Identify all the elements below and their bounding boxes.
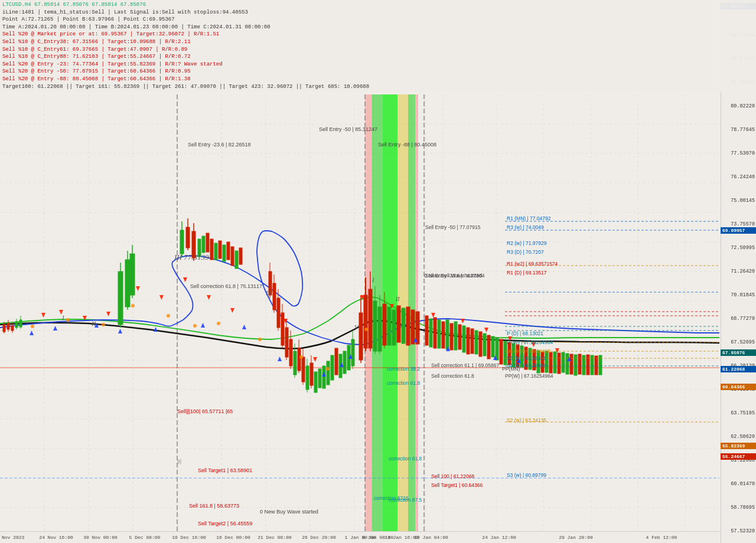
svg-text:R3 (D) | 70.7207: R3 (D) | 70.7207 — [507, 249, 544, 255]
svg-rect-120 — [387, 307, 391, 345]
svg-point-212 — [258, 338, 262, 341]
badge-69: 69.09957 — [721, 227, 756, 234]
svg-text:Sell correction 61.1 | 69.0586: Sell correction 61.1 | 69.05867 — [431, 362, 499, 368]
svg-point-215 — [364, 328, 368, 331]
svg-point-205 — [31, 325, 34, 328]
svg-rect-101 — [331, 355, 334, 380]
svg-rect-132 — [446, 320, 449, 349]
svg-rect-159 — [558, 353, 561, 374]
svg-text:correction 61.8: correction 61.8 — [389, 456, 422, 462]
svg-rect-68 — [214, 243, 217, 260]
svg-rect-144 — [496, 338, 498, 360]
price-76: 76.24240 — [731, 174, 755, 180]
svg-rect-125 — [411, 310, 415, 344]
svg-text:III  77.3139: III 77.3139 — [174, 253, 209, 261]
info-line7: Sell %10 @ C_Entry61: 69.37665 | Target:… — [2, 46, 754, 54]
svg-rect-97 — [314, 372, 317, 392]
svg-point-208 — [131, 304, 135, 308]
svg-point-210 — [193, 324, 197, 328]
x-axis: 18 Nov 2023 24 Nov 16:00 30 Nov 00:00 5 … — [0, 531, 721, 543]
info-line8: Sell %10 @ C_Entry88: 71.62103 | Target:… — [2, 53, 754, 61]
svg-rect-126 — [416, 312, 419, 344]
x-label-11: 19 Jan 04:00 — [414, 535, 448, 540]
badge-55b: 55.24667 — [721, 453, 756, 460]
svg-text:Sell correction 61.8: Sell correction 61.8 — [431, 373, 474, 379]
svg-text:|I|: |I| — [177, 459, 181, 465]
svg-text:R3 (w) | 74.0049: R3 (w) | 74.0049 — [507, 224, 544, 230]
svg-text:Sell Target2 | 56.45559: Sell Target2 | 56.45559 — [198, 521, 252, 526]
svg-rect-166 — [586, 355, 589, 375]
svg-text:I: I — [372, 277, 374, 283]
svg-rect-157 — [549, 352, 552, 373]
x-label-1: 24 Nov 16:00 — [39, 535, 73, 540]
svg-rect-66 — [206, 233, 209, 252]
info-line5: Sell %20 @ Market price or at: 69.95367 … — [2, 31, 754, 38]
svg-rect-129 — [434, 318, 436, 348]
info-line2: iLine:1481 | tema_h1_status:Sell | Last … — [2, 9, 754, 17]
svg-rect-128 — [429, 319, 432, 347]
x-label-2: 30 Nov 00:00 — [83, 535, 118, 540]
svg-point-206 — [66, 318, 70, 322]
price-57: 57.52320 — [731, 528, 755, 534]
svg-rect-145 — [500, 339, 503, 364]
x-label-13: 29 Jan 20:00 — [559, 535, 593, 540]
info-line6: Sell %10 @ C_Entry38: 67.31566 | Target:… — [2, 38, 754, 46]
svg-text:0 New Buy Wave started: 0 New Buy Wave started — [260, 509, 318, 515]
svg-rect-133 — [450, 323, 453, 350]
svg-rect-74 — [239, 248, 242, 264]
price-68: 68.77270 — [731, 316, 755, 322]
svg-rect-122 — [397, 306, 400, 342]
svg-text:Sell Entry -50 | 85.31247: Sell Entry -50 | 85.31247 — [319, 126, 377, 132]
svg-text:Sell correction 61.8 | 75.1311: Sell correction 61.8 | 75.13117 — [190, 283, 262, 289]
price-80: 80.02220 — [731, 103, 755, 109]
info-line11: Sell %20 @ Entry -88: 80.45008 | Target:… — [2, 76, 754, 83]
svg-text:P (D) | 68.13021: P (D) | 68.13021 — [507, 331, 543, 336]
svg-rect-73 — [235, 251, 238, 269]
svg-point-214 — [326, 367, 330, 371]
svg-rect-156 — [545, 351, 548, 372]
badge-55: 55.82369 — [721, 443, 756, 449]
info-line4: Time A:2024.01.20 08:00:00 | Time B:2024… — [2, 24, 754, 31]
svg-point-211 — [217, 322, 220, 325]
svg-rect-102 — [335, 348, 338, 375]
x-label-10: 13 Jan 16:00 — [384, 535, 419, 540]
svg-text:S3 (D) | 65.96411: S3 (D) | 65.96411 — [507, 355, 546, 361]
svg-rect-123 — [402, 308, 405, 344]
chart-container: MARKET TRADE LTCUSD.H4 67.85014 67.85076… — [0, 0, 756, 543]
svg-text:Sell 100 | 61.22068: Sell 100 | 61.22068 — [431, 473, 474, 479]
price-62: 62.50620 — [731, 434, 755, 440]
x-label-5: 16 Dec 00:00 — [216, 535, 250, 540]
svg-rect-134 — [454, 322, 457, 350]
price-67: 67.52695 — [731, 339, 755, 345]
svg-point-213 — [299, 355, 303, 359]
svg-rect-138 — [471, 329, 474, 354]
svg-rect-100 — [327, 361, 330, 385]
svg-point-207 — [102, 323, 105, 326]
svg-text:Sell Target1 | 63.58901: Sell Target1 | 63.58901 — [198, 467, 252, 473]
svg-rect-168 — [595, 356, 598, 375]
svg-rect-164 — [578, 354, 581, 374]
svg-rect-141 — [483, 333, 486, 356]
svg-point-209 — [167, 314, 170, 318]
svg-rect-162 — [570, 354, 573, 374]
price-58: 58.78695 — [731, 505, 755, 511]
svg-text:PP(W) | 67.16254964: PP(W) | 67.16254964 — [505, 373, 553, 379]
price-77: 77.53070 — [731, 151, 755, 156]
svg-rect-124 — [406, 307, 410, 345]
svg-text:P (W) | 67.16254964: P (W) | 67.16254964 — [507, 339, 553, 345]
svg-rect-99 — [322, 366, 325, 388]
svg-text:Sell Entry -23.6 | 82.26518: Sell Entry -23.6 | 82.26518 — [188, 142, 250, 148]
svg-rect-136 — [462, 326, 465, 352]
badge-61: 61.22068 — [721, 366, 756, 372]
svg-rect-143 — [491, 336, 494, 357]
svg-text:S1 (w) | 65.26696: S1 (w) | 65.26696 — [507, 362, 546, 368]
svg-rect-127 — [425, 316, 428, 345]
info-line10: Sell %20 @ Entry -50: 77.07915 | Target:… — [2, 68, 754, 76]
x-label-7: 26 Dec 20:00 — [302, 535, 336, 540]
svg-rect-161 — [566, 354, 569, 374]
svg-rect-72 — [231, 247, 234, 266]
svg-text:correction 8715: correction 8715 — [374, 495, 409, 501]
x-label-3: 5 Dec 08:00 — [129, 535, 161, 540]
price-72: 72.50995 — [731, 245, 755, 251]
svg-rect-104 — [343, 351, 346, 374]
